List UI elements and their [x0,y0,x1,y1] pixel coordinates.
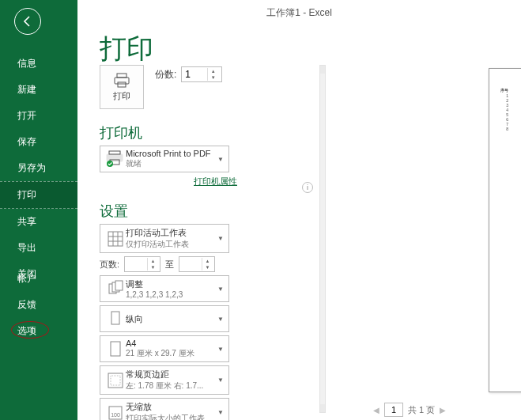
preview-hdr-1: 序号 [497,88,508,93]
back-button[interactable] [14,8,41,35]
orientation-title: 纵向 [126,313,214,325]
spinner-down-icon[interactable]: ▼ [148,264,158,271]
scope-sub: 仅打印活动工作表 [126,239,214,250]
margins-icon [105,370,126,391]
svg-rect-3 [109,151,120,154]
portrait-icon [105,308,126,329]
pages-to-spinner[interactable]: ▲▼ [179,256,215,272]
svg-text:100: 100 [111,412,120,418]
pages-to-input[interactable] [179,259,202,270]
collate-title: 调整 [126,278,214,290]
sidebar-item-export[interactable]: 导出 [0,235,77,261]
scaling-title: 无缩放 [126,401,214,413]
print-scope-dropdown[interactable]: 打印活动工作表 仅打印活动工作表 ▼ [100,224,229,253]
spinner-down-icon[interactable]: ▼ [208,74,218,81]
svg-rect-14 [115,281,123,290]
sidebar-item-info[interactable]: 信息 [0,51,77,77]
paper-sub: 21 厘米 x 29.7 厘米 [126,348,214,359]
pages-from-label: 页数: [100,259,119,271]
orientation-dropdown[interactable]: 纵向 ▼ [100,305,229,332]
prev-page-button[interactable]: ◀ [373,406,379,414]
margins-title: 常规页边距 [126,369,214,380]
svg-rect-16 [111,342,120,356]
spinner-up-icon[interactable]: ▲ [208,68,218,74]
sidebar-item-options[interactable]: 选项 [0,318,77,344]
printer-dropdown[interactable]: Microsoft Print to PDF 就绪 ▼ [100,146,229,172]
sidebar-item-new[interactable]: 新建 [0,77,77,103]
print-button[interactable]: 打印 [100,65,144,109]
printer-status: 就绪 [126,158,214,169]
sidebar-item-account[interactable]: 帐户 [0,266,77,292]
sidebar-item-feedback[interactable]: 反馈 [0,292,77,318]
preview-hdr-2: 课程 [513,88,521,93]
sidebar-item-share[interactable]: 共享 [0,209,77,235]
sheets-icon [105,229,126,249]
settings-scrollbar[interactable] [319,65,326,413]
chevron-down-icon: ▼ [217,286,224,293]
svg-rect-18 [111,376,120,385]
pages-to-label: 至 [165,259,174,271]
collate-sub: 1,2,3 1,2,3 1,2,3 [126,290,214,299]
chevron-down-icon: ▼ [217,409,224,416]
print-preview: 序号课程 1计算机图形 多媒体 2数字逻辑 3概率与统计 4计算机网络工程 5模… [489,68,521,397]
pages-from-spinner[interactable]: ▲▼ [124,256,160,272]
scaling-dropdown[interactable]: 100 无缩放 打印实际大小的工作表 ▼ [100,398,229,420]
sidebar-item-saveas[interactable]: 另存为 [0,155,77,181]
pages-from-input[interactable] [125,259,147,270]
printer-status-icon [105,149,126,169]
copies-input[interactable] [182,69,207,80]
svg-point-6 [107,161,113,167]
info-icon[interactable]: i [302,182,313,193]
page-icon [105,339,126,359]
print-button-label: 打印 [113,90,130,102]
paper-title: A4 [126,339,214,348]
scope-title: 打印活动工作表 [126,227,214,239]
chevron-down-icon: ▼ [217,235,224,242]
scaling-sub: 打印实际大小的工作表 [126,413,214,420]
chevron-down-icon: ▼ [217,376,224,384]
svg-rect-2 [118,82,126,87]
sidebar-item-save[interactable]: 保存 [0,129,77,155]
printer-name: Microsoft Print to PDF [126,149,214,158]
sidebar-item-print[interactable]: 打印 [0,181,77,209]
collate-dropdown[interactable]: 调整 1,2,3 1,2,3 1,2,3 ▼ [100,275,229,302]
sidebar-item-open[interactable]: 打开 [0,103,77,129]
svg-rect-4 [107,154,123,161]
copies-label: 份数: [155,68,176,81]
margins-sub: 左: 1.78 厘米 右: 1.7... [126,380,214,392]
spinner-up-icon[interactable]: ▲ [148,258,158,264]
paper-dropdown[interactable]: A4 21 厘米 x 29.7 厘米 ▼ [100,335,229,362]
titlebar: 工作簿1 - Excel [77,0,521,20]
chevron-down-icon: ▼ [217,156,224,163]
printer-icon [113,73,130,89]
collate-icon [105,278,126,299]
margins-dropdown[interactable]: 常规页边距 左: 1.78 厘米 右: 1.7... ▼ [100,365,229,395]
page-total-label: 共 1 页 [408,404,435,416]
preview-page: 序号课程 1计算机图形 多媒体 2数字逻辑 3概率与统计 4计算机网络工程 5模… [489,68,521,392]
preview-pager: ◀ 共 1 页 ▶ [373,403,446,417]
printer-section-header: 打印机 [100,123,311,142]
preview-row: 8数据结构 [497,127,521,131]
svg-rect-1 [115,78,129,84]
svg-rect-15 [111,312,119,324]
chevron-down-icon: ▼ [217,346,224,353]
spinner-down-icon[interactable]: ▼ [202,264,213,271]
scale-icon: 100 [105,403,126,421]
page-number-input[interactable] [384,403,403,417]
page-title: 打印 [100,31,521,67]
settings-section-header: 设置 [100,202,311,221]
svg-rect-0 [117,74,126,78]
svg-rect-7 [108,232,123,246]
chevron-down-icon: ▼ [217,316,224,323]
next-page-button[interactable]: ▶ [440,406,446,414]
printer-properties-link[interactable]: 打印机属性 [194,176,237,186]
sidebar-menu: 信息 新建 打开 保存 另存为 打印 共享 导出 关闭 [0,51,77,287]
copies-spinner[interactable]: ▲▼ [181,66,222,82]
spinner-up-icon[interactable]: ▲ [202,258,213,264]
